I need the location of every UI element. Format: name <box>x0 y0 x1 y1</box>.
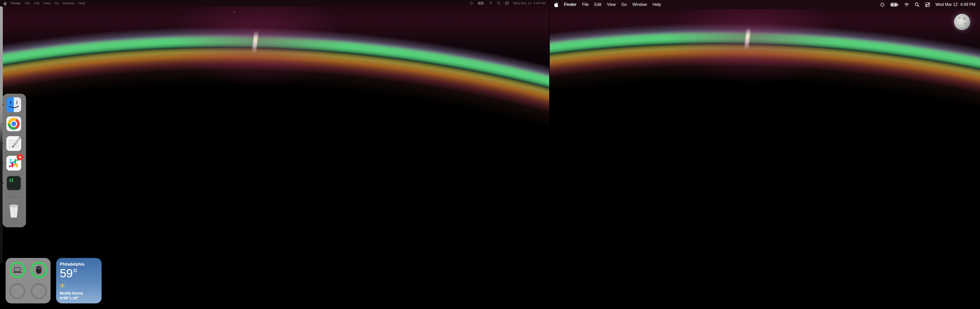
menu-time: 4:49 PM <box>533 1 546 5</box>
menu-app-name[interactable]: Finder <box>564 2 576 7</box>
status-bar: Wed Mar 12 4:49 PM <box>469 1 546 5</box>
menu-bar-right: Finder File Edit View Go Window Help <box>550 0 980 9</box>
apple-menu-icon[interactable] <box>3 1 7 5</box>
dock-item-terminal-icon[interactable]: $ <box>6 176 21 191</box>
running-indicator <box>2 104 3 105</box>
laptop-icon <box>13 267 22 273</box>
menu-app-name[interactable]: Finder <box>11 1 21 5</box>
status-bar: Wed Mar 12 4:49 PM <box>880 2 975 7</box>
laptop-battery-ring <box>9 262 25 278</box>
battery-charging-icon[interactable] <box>478 1 484 5</box>
menu-clock[interactable]: Wed Mar 12 4:49 PM <box>513 1 546 5</box>
running-indicator <box>2 123 3 124</box>
terminal-prompt: $ <box>9 178 12 183</box>
mouse-battery-ring <box>30 262 47 278</box>
menu-bar-left: Finder File Edit View Go Window Help <box>0 0 549 6</box>
apple-menu-icon[interactable] <box>554 2 558 7</box>
menu-item-edit[interactable]: Edit <box>34 1 40 5</box>
menu-clock[interactable]: Wed Mar 12 4:49 PM <box>935 2 975 7</box>
aurora-wallpaper <box>550 0 980 309</box>
terminal-cursor <box>12 178 13 182</box>
menu-item-window[interactable]: Window <box>632 2 647 7</box>
dock-item-notes-icon[interactable] <box>6 136 21 151</box>
menu-item-view[interactable]: View <box>43 1 51 5</box>
search-icon[interactable] <box>915 2 920 7</box>
menu-item-window[interactable]: Window <box>62 1 74 5</box>
battery-charging-icon[interactable] <box>891 2 899 7</box>
dock-item-trash-icon[interactable] <box>6 204 21 218</box>
menu-item-go[interactable]: Go <box>54 1 59 5</box>
notification-badge <box>17 154 23 160</box>
menu-item-go[interactable]: Go <box>621 2 627 7</box>
running-indicator <box>2 183 3 184</box>
mouse-icon <box>36 266 41 274</box>
menu-item-edit[interactable]: Edit <box>594 2 601 7</box>
wifi-icon[interactable] <box>489 1 493 5</box>
display-left: Finder File Edit View Go Window Help <box>0 0 549 309</box>
running-indicator <box>2 143 3 144</box>
control-center-icon[interactable] <box>505 1 509 5</box>
weather-temperature: 59° <box>60 267 98 279</box>
running-indicator <box>2 162 3 164</box>
weather-city: Philadelphia <box>60 262 98 267</box>
weather-widget[interactable]: Philadelphia 59° Mostly Sunny H:59° L:42… <box>56 258 102 303</box>
control-center-icon[interactable] <box>925 2 930 7</box>
menu-item-help[interactable]: Help <box>78 1 85 5</box>
desktop: Finder File Edit View Go Window Help <box>0 0 980 309</box>
display-right: Finder File Edit View Go Window Help <box>549 0 980 309</box>
menu-item-view[interactable]: View <box>607 2 616 7</box>
moon <box>954 14 970 30</box>
settings-spinner-icon[interactable] <box>880 2 885 7</box>
dock-item-chrome-icon[interactable] <box>6 116 21 131</box>
menu-item-file[interactable]: File <box>582 2 589 7</box>
menu-time: 4:49 PM <box>960 2 975 7</box>
settings-spinner-icon[interactable] <box>469 1 473 5</box>
dock: $ <box>3 94 26 227</box>
menu-item-help[interactable]: Help <box>652 2 661 7</box>
battery-widget[interactable] <box>6 258 51 303</box>
menu-item-file[interactable]: File <box>25 1 30 5</box>
empty-battery-slot <box>30 283 47 299</box>
dock-item-finder-icon[interactable] <box>6 97 21 112</box>
empty-battery-slot <box>9 283 25 299</box>
search-icon[interactable] <box>497 1 501 5</box>
weather-condition: Mostly Sunny <box>60 291 98 295</box>
weather-high-low: H:59° L:42° <box>60 296 98 300</box>
dock-item-slack-icon[interactable] <box>6 156 21 170</box>
wifi-icon[interactable] <box>904 2 909 7</box>
menu-date: Wed Mar 12 <box>513 1 531 5</box>
menu-date: Wed Mar 12 <box>935 2 958 7</box>
sun-icon <box>60 283 65 288</box>
dock-separator <box>6 197 22 198</box>
